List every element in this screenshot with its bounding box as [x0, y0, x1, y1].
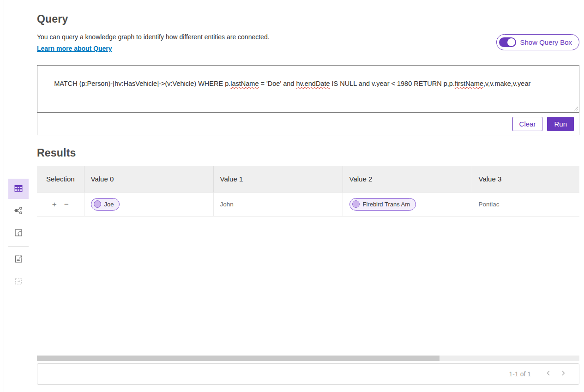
table-view-button[interactable]: [8, 179, 29, 199]
entity-pill-firebird[interactable]: Firebird Trans Am: [349, 198, 416, 211]
entity-dot-icon: [94, 200, 101, 208]
results-table: Selection Value 0 Value 1 Value 2 Value …: [37, 166, 579, 217]
show-query-box-toggle[interactable]: Show Query Box: [496, 34, 579, 50]
selection-to-map-icon: [13, 254, 24, 265]
pagination-bar: 1-1 of 1: [37, 363, 579, 385]
results-title: Results: [37, 147, 579, 159]
run-button[interactable]: Run: [547, 117, 574, 131]
query-actions: Clear Run: [37, 113, 579, 135]
chevron-right-icon: [560, 369, 567, 378]
query-panel: MATCH (p:Person)-[hv:HasVehicle]->(v:Veh…: [37, 65, 579, 135]
show-query-box-label: Show Query Box: [520, 38, 572, 46]
learn-more-link[interactable]: Learn more about Query: [37, 45, 112, 52]
results-empty-area: [37, 217, 579, 356]
column-header-value2: Value 2: [343, 166, 472, 192]
toggle-switch-icon: [499, 37, 516, 47]
column-header-value0: Value 0: [84, 166, 213, 192]
table-icon: [13, 183, 24, 195]
results-header-row: Selection Value 0 Value 1 Value 2 Value …: [37, 166, 579, 192]
query-text: MATCH (p:Person)-[hv:HasVehicle]->(v:Veh…: [54, 80, 530, 87]
pagination-range: 1-1 of 1: [509, 370, 531, 378]
entity-dot-icon: [352, 200, 360, 208]
textarea-resize-handle-icon[interactable]: [572, 105, 578, 111]
map-view-button[interactable]: [8, 223, 29, 243]
selection-cell: + −: [37, 192, 84, 216]
value0-cell: Joe: [84, 192, 213, 216]
entity-pill-label: Joe: [104, 201, 114, 208]
chevron-left-icon: [545, 369, 552, 378]
next-page-button[interactable]: [556, 367, 571, 381]
previous-page-button[interactable]: [541, 367, 556, 381]
query-input[interactable]: MATCH (p:Person)-[hv:HasVehicle]->(v:Veh…: [37, 65, 579, 113]
marquee-select-icon: [13, 276, 24, 288]
entity-pill-label: Firebird Trans Am: [363, 201, 410, 208]
rail-divider: [8, 246, 29, 247]
value1-cell: John: [213, 192, 343, 216]
collapsed-panel-divider: [4, 0, 4, 392]
results-view-rail: [8, 179, 29, 292]
link-chart-icon: [13, 205, 24, 217]
horizontal-scrollbar-thumb[interactable]: [37, 356, 440, 361]
marquee-select-button[interactable]: [8, 271, 29, 292]
clear-button[interactable]: Clear: [512, 117, 543, 131]
link-chart-view-button[interactable]: [8, 201, 29, 221]
page-title: Query: [37, 0, 579, 25]
add-to-selection-button[interactable]: +: [51, 199, 58, 209]
selection-to-map-button[interactable]: [8, 249, 29, 270]
value2-cell: Firebird Trans Am: [343, 192, 472, 216]
map-icon: [13, 228, 24, 239]
horizontal-scrollbar[interactable]: [37, 356, 579, 361]
column-header-value1: Value 1: [213, 166, 343, 192]
column-header-selection: Selection: [37, 166, 84, 192]
entity-pill-joe[interactable]: Joe: [91, 198, 120, 211]
remove-from-selection-button[interactable]: −: [63, 199, 70, 209]
column-header-value3: Value 3: [472, 166, 579, 192]
value3-cell: Pontiac: [472, 192, 579, 216]
table-row: + − Joe John Firebird Trans Am: [37, 192, 579, 216]
